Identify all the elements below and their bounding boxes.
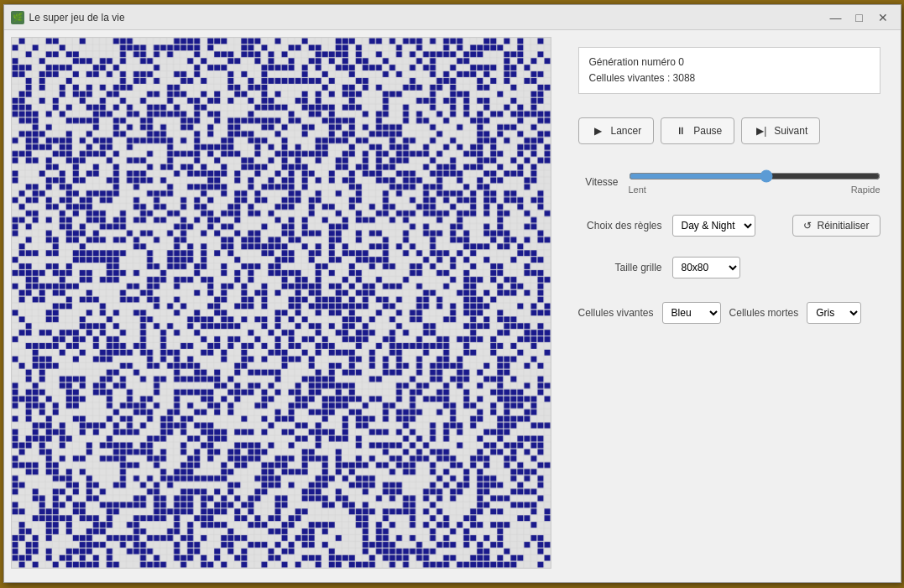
- colors-row: Cellules vivantes Bleu Rouge Vert Jaune …: [578, 302, 880, 324]
- lent-label: Lent: [629, 185, 646, 195]
- cells-label: Cellules vivantes : 3088: [589, 70, 870, 86]
- slider-row: Vitesse Lent Rapide: [578, 169, 880, 195]
- suivant-button[interactable]: ▶| Suivant: [741, 117, 820, 144]
- pause-label: Pause: [693, 125, 722, 137]
- grid-size-select[interactable]: 40x40 60x60 80x80 100x100 120x120: [672, 257, 740, 278]
- main-window: 🌿 Le super jeu de la vie — □ ✕ Génératio…: [3, 4, 901, 583]
- reinit-icon: ↺: [803, 220, 812, 232]
- mortes-color-select[interactable]: Gris Blanc Noir Beige: [807, 302, 861, 324]
- rapide-label: Rapide: [851, 185, 880, 195]
- maximize-button[interactable]: □: [849, 9, 870, 26]
- lancer-label: Lancer: [611, 125, 642, 137]
- reinit-label: Réinitialiser: [817, 220, 869, 232]
- game-grid: [11, 37, 551, 569]
- pause-button[interactable]: ⏸ Pause: [661, 117, 734, 144]
- control-buttons: ▶ Lancer ⏸ Pause ▶| Suivant: [578, 117, 880, 144]
- vitesse-section: Vitesse Lent Rapide: [578, 169, 880, 195]
- minimize-button[interactable]: —: [825, 9, 847, 26]
- play-icon: ▶: [591, 123, 606, 138]
- window-title: Le super jeu de la vie: [29, 12, 825, 23]
- close-button[interactable]: ✕: [872, 9, 894, 26]
- vivantes-color-select[interactable]: Bleu Rouge Vert Jaune Noir: [662, 302, 721, 324]
- pause-icon: ⏸: [673, 123, 688, 138]
- slider-limits: Lent Rapide: [629, 185, 880, 195]
- grid-size-label: Taille grille: [578, 262, 662, 273]
- grid-size-row: Taille grille 40x40 60x60 80x80 100x100 …: [578, 257, 880, 278]
- suivant-label: Suivant: [774, 125, 807, 137]
- grid-panel: [4, 30, 558, 582]
- title-bar: 🌿 Le super jeu de la vie — □ ✕: [4, 5, 901, 30]
- vitesse-slider[interactable]: [629, 169, 880, 183]
- vivantes-color-group: Bleu Rouge Vert Jaune Noir: [662, 302, 721, 324]
- reinit-button[interactable]: ↺ Réinitialiser: [792, 215, 880, 237]
- cellules-vivantes-label: Cellules vivantes: [578, 307, 654, 319]
- content-area: Génération numéro 0 Cellules vivantes : …: [4, 30, 901, 582]
- cellules-mortes-label: Cellules mortes: [729, 307, 799, 319]
- window-controls: — □ ✕: [825, 9, 894, 26]
- vitesse-label: Vitesse: [578, 176, 619, 188]
- rules-label: Choix des règles: [578, 220, 662, 232]
- lancer-button[interactable]: ▶ Lancer: [578, 117, 655, 144]
- window-icon: 🌿: [11, 11, 24, 24]
- rules-select[interactable]: Day & Night Conway HighLife Seeds Morley: [672, 215, 755, 237]
- controls-panel: Génération numéro 0 Cellules vivantes : …: [558, 30, 901, 582]
- generation-label: Génération numéro 0: [589, 55, 870, 70]
- rules-row: Choix des règles Day & Night Conway High…: [578, 215, 880, 237]
- mortes-color-group: Gris Blanc Noir Beige: [807, 302, 861, 324]
- next-icon: ▶|: [754, 123, 769, 138]
- slider-container: Lent Rapide: [629, 169, 880, 195]
- info-box: Génération numéro 0 Cellules vivantes : …: [578, 47, 880, 94]
